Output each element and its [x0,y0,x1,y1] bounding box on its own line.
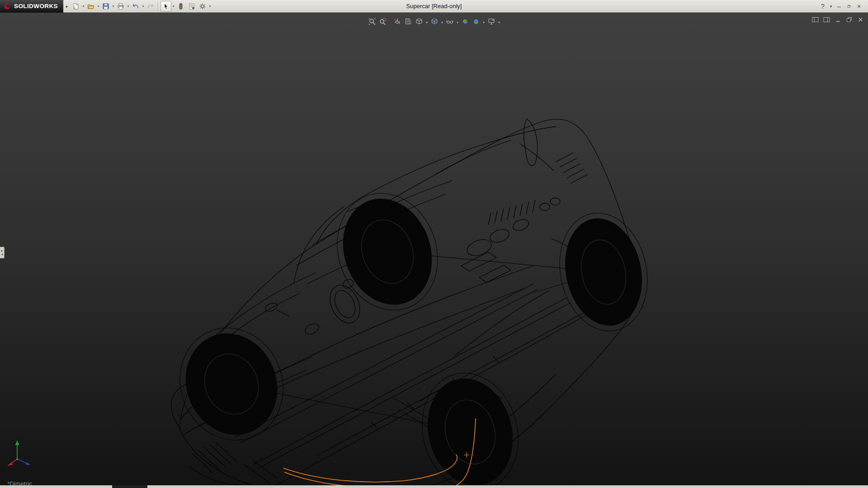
restore-button[interactable] [844,1,854,11]
open-button[interactable] [85,1,96,12]
restore-document-icon [846,17,852,23]
annotation-views-icon [405,18,412,25]
print-caret[interactable]: ▾ [126,1,130,12]
print-button[interactable] [115,1,126,12]
redo-icon [147,3,154,10]
expand-left-icon: ◂ [1,253,3,256]
hide-show-items-button[interactable] [445,16,455,27]
display-pane-toggle-button[interactable] [822,16,830,23]
minimize-icon: – [837,3,841,10]
close-icon: × [857,3,861,10]
view-orientation-caret[interactable]: ▾ [425,15,429,28]
redo-button[interactable] [145,1,156,12]
document-window-controls [811,16,864,23]
rebuild-stoplight-icon [177,3,184,10]
save-icon [102,3,109,10]
feature-pane-icon [812,17,819,23]
view-orientation-cube-icon [415,18,423,25]
new-document-icon [72,3,80,10]
hide-show-items-caret[interactable]: ▾ [456,15,460,28]
undo-caret[interactable]: ▾ [141,1,145,12]
help-icon: ? [821,3,825,10]
apply-scene-caret[interactable]: ▾ [482,15,486,28]
options-caret[interactable]: ▾ [208,1,212,12]
solidworks-logo: SOLIDWORKS [0,0,63,13]
bottom-strip-segment [112,485,147,488]
zoom-to-area-button[interactable] [378,16,388,27]
model-canvas[interactable] [0,13,868,485]
graphics-viewport[interactable]: ▾ ▾ ▾ [0,13,868,485]
menu-expand-button[interactable]: ▸ [63,1,71,12]
bottom-strip [0,485,868,488]
edit-appearance-button[interactable] [460,16,471,27]
display-style-button[interactable] [429,16,440,27]
apply-scene-button[interactable] [471,16,481,27]
solidworks-swirl-icon [3,2,11,10]
undo-button[interactable] [130,1,141,12]
view-settings-button[interactable] [486,16,497,27]
save-button[interactable] [100,1,111,12]
titlebar: SOLIDWORKS ▸ ▾ ▾ [0,0,868,13]
options-button[interactable] [197,1,208,12]
caret-down-icon: ▾ [830,4,832,9]
menu-expand-arrow: ▸ [66,4,68,9]
display-pane-icon [823,17,830,23]
print-icon [117,3,124,10]
heads-up-view-toolbar: ▾ ▾ ▾ [367,15,501,28]
restore-icon [847,4,851,9]
hide-show-glasses-icon [446,18,454,25]
featuremanager-expander[interactable]: ▸ ◂ [0,247,5,258]
rebuild-button[interactable] [175,1,186,12]
minimize-document-button[interactable] [834,16,842,23]
feature-pane-toggle-button[interactable] [811,16,819,23]
file-properties-button[interactable] [186,1,197,12]
view-settings-monitor-icon [488,18,495,25]
expand-right-icon: ▸ [1,249,3,253]
select-caret[interactable]: ▾ [171,1,175,12]
zoom-to-area-icon [379,18,387,25]
view-orientation-button[interactable] [414,16,425,27]
display-style-caret[interactable]: ▾ [440,15,444,28]
minimize-button[interactable]: – [835,1,844,11]
new-document-button[interactable] [71,1,81,12]
toolbar-separator [158,2,159,11]
apply-scene-icon [472,18,480,25]
close-button[interactable]: × [854,1,863,11]
file-properties-icon [188,3,195,10]
display-style-cube-icon [431,18,439,25]
annotation-views-button[interactable] [403,16,414,27]
close-document-icon [858,17,863,23]
minimize-document-icon [835,17,841,23]
undo-icon [132,3,139,10]
section-view-icon [394,18,401,25]
help-dropdown-caret[interactable]: ▾ [828,1,834,11]
view-orientation-label: *Dimetric [7,480,32,485]
reference-triad [5,437,42,474]
edit-appearance-ball-icon [462,18,469,25]
options-gear-icon [199,3,206,10]
open-caret[interactable]: ▾ [96,1,100,12]
save-caret[interactable]: ▾ [111,1,115,12]
select-cursor-icon [162,3,170,10]
section-view-button[interactable] [392,16,403,27]
brand-text: SOLIDWORKS [14,3,58,9]
view-settings-caret[interactable]: ▾ [497,15,501,28]
open-folder-icon [87,3,94,10]
close-document-button[interactable] [856,16,864,23]
zoom-to-fit-icon [368,18,376,25]
window-controls: ? ▾ – × [818,1,868,11]
zoom-to-fit-button[interactable] [367,16,377,27]
car-wheels [171,186,652,485]
select-button[interactable] [160,1,171,12]
new-document-caret[interactable]: ▾ [81,1,85,12]
restore-document-button[interactable] [845,16,853,23]
help-button[interactable]: ? [818,1,827,11]
